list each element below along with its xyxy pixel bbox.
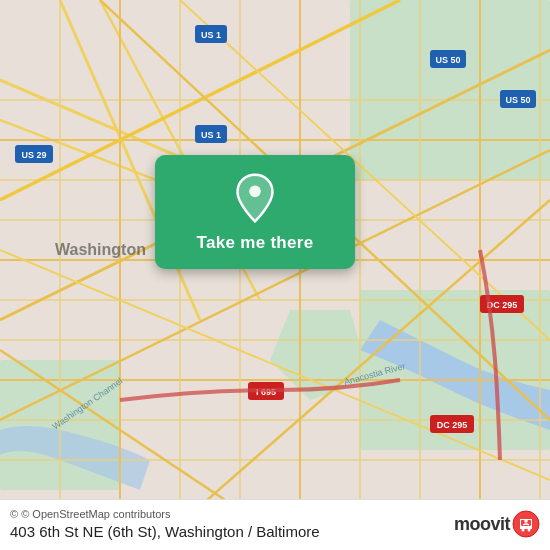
take-me-there-card[interactable]: Take me there [155, 155, 355, 269]
svg-text:US 50: US 50 [435, 55, 460, 65]
moovit-icon [512, 510, 540, 538]
svg-text:US 1: US 1 [201, 30, 221, 40]
svg-text:DC 295: DC 295 [437, 420, 468, 430]
location-pin-icon [230, 173, 280, 223]
moovit-logo: moovit [454, 510, 540, 538]
bottom-bar: © © OpenStreetMap contributors 403 6th S… [0, 499, 550, 550]
svg-text:US 1: US 1 [201, 130, 221, 140]
map-background: US 29 US 1 US 1 US 50 US 50 I 695 DC 295… [0, 0, 550, 550]
svg-text:Washington: Washington [55, 241, 146, 258]
moovit-text: moovit [454, 514, 510, 535]
map-container: US 29 US 1 US 1 US 50 US 50 I 695 DC 295… [0, 0, 550, 550]
osm-attribution-text: © OpenStreetMap contributors [21, 508, 170, 520]
svg-text:US 29: US 29 [21, 150, 46, 160]
svg-point-60 [522, 529, 525, 532]
copyright-icon: © [10, 508, 18, 520]
take-me-there-label: Take me there [197, 233, 314, 253]
svg-text:US 50: US 50 [505, 95, 530, 105]
svg-point-61 [528, 529, 531, 532]
svg-point-56 [249, 186, 261, 198]
svg-point-62 [524, 519, 528, 523]
